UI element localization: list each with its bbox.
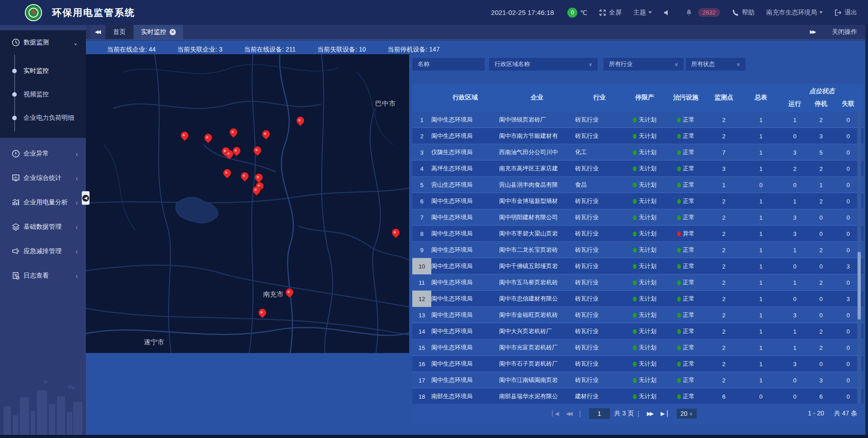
cell-stop-status: 无计划 [624, 295, 665, 303]
status-dot-icon [633, 329, 637, 334]
enterprise-panel: 名称 行政区域名称∨ 所有行业∨ 所有状态∨ 行政区域 企业 行业 停限产 治污… [412, 40, 863, 435]
org-menu[interactable]: 南充市生态环境局 [766, 9, 823, 17]
table-row[interactable]: 3仪陇生态环境局西南油气田分公司川中化工无计划正常71350 [412, 144, 863, 160]
cell-total-meter: 1 [741, 344, 780, 351]
bullet-icon [12, 92, 17, 97]
row-number: 9 [412, 242, 431, 258]
cell-facility-status: 正常 [665, 344, 706, 352]
status-dot-icon [677, 297, 681, 301]
cell-total-meter: 1 [741, 231, 780, 237]
table-row[interactable]: 16阆中生态环境局阆中市石子页岩机砖厂砖瓦行业无计划正常21300 [412, 356, 863, 372]
industry-select[interactable]: 所有行业∨ [604, 58, 684, 71]
region-select[interactable]: 行政区域名称∨ [489, 58, 598, 71]
sidebar-item-video-monitoring[interactable]: 视频监控 [0, 83, 86, 106]
tabs-scroll-right-button[interactable]: ▶▶ [805, 24, 820, 39]
table-row[interactable]: 15阆中生态环境局阆中市光富页岩机砖厂砖瓦行业无计划正常21120 [412, 339, 863, 356]
cell-halted-count: 2 [809, 117, 833, 123]
sidebar-item-base-data[interactable]: 基础数据管理 ‹ [0, 215, 86, 239]
row-number: 12 [412, 291, 431, 307]
sidebar-item-emergency-reduction[interactable]: 应急减排管理 ‹ [0, 239, 86, 264]
sidebar-collapse-handle[interactable]: ◀ [82, 191, 90, 205]
bell-icon [685, 9, 693, 16]
cell-stop-status: 无计划 [624, 311, 665, 319]
tabs-scroll-left-button[interactable]: ◀◀ [90, 24, 105, 39]
status-dot-icon [677, 329, 681, 334]
prev-page-button[interactable]: ◀◀ [566, 410, 571, 417]
table-row[interactable]: 5营山生态环境局营山县润丰肉食品有限食品无计划正常10010 [412, 177, 863, 193]
table-row[interactable]: 13阆中生态环境局阆中市金福旺页岩机砖砖瓦行业无计划正常21300 [412, 307, 863, 323]
cell-stop-status: 无计划 [624, 132, 665, 140]
table-row[interactable]: 8阆中生态环境局阆中市枣碧大梁山页岩砖瓦行业无计划异常21300 [412, 226, 863, 242]
next-page-button[interactable]: ▶▶ [647, 410, 652, 417]
city-label: 遂宁市 [144, 338, 164, 347]
first-page-button[interactable]: ▏◀ [552, 410, 557, 417]
temperature-unit: ℃ [580, 9, 587, 16]
notification-area[interactable]: 2632 [685, 8, 720, 17]
sidebar-item-realtime-monitoring[interactable]: 实时监控 [0, 59, 86, 83]
filter-bar: 名称 行政区域名称∨ 所有行业∨ 所有状态∨ [412, 58, 745, 71]
status-select[interactable]: 所有状态∨ [686, 58, 745, 71]
chevron-down-icon: ∨ [689, 411, 693, 417]
row-number: 1 [412, 112, 431, 128]
help-button[interactable]: 帮助 [732, 9, 755, 17]
table-row[interactable]: 17阆中生态环境局阆中市江南镇阆南页岩砖瓦行业无计划正常21030 [412, 372, 863, 388]
cell-monitor-count: 2 [706, 344, 741, 351]
page-number-input[interactable]: 1 [589, 408, 610, 419]
cell-monitor-count: 6 [706, 393, 741, 400]
cell-halted-count: 2 [809, 165, 833, 172]
cell-running-count: 3 [780, 231, 809, 237]
close-icon[interactable]: ✕ [170, 29, 176, 35]
total-pages-label: 共 3 页 [614, 410, 634, 418]
cell-total-meter: 1 [741, 361, 780, 367]
cell-monitor-count: 3 [706, 165, 741, 172]
sidebar-item-enterprise-statistics[interactable]: 企业综合统计 ‹ [0, 166, 86, 190]
cell-total-meter: 1 [741, 312, 780, 319]
table-row[interactable]: 7阆中生态环境局阆中明阳建材有限公司砖瓦行业无计划正常21300 [412, 209, 863, 226]
cell-halted-count: 1 [809, 182, 833, 188]
name-search-input[interactable]: 名称 [412, 58, 485, 71]
table-row[interactable]: 4高坪生态环境局南充市高坪区王家店建砖瓦行业无计划正常31220 [412, 160, 863, 177]
cell-running-count: 1 [780, 117, 809, 123]
cell-monitor-count: 2 [706, 117, 741, 123]
table-row[interactable]: 14阆中生态环境局阆中大兴页岩机砖厂砖瓦行业无计划正常21120 [412, 323, 863, 339]
cell-stop-status: 无计划 [624, 148, 665, 156]
sidebar-item-power-load-detail[interactable]: 企业电力负荷明细 [0, 106, 86, 130]
table-scrollbar[interactable] [857, 112, 861, 404]
fullscreen-button[interactable]: 全屏 [599, 9, 622, 17]
sidebar-item-log-view[interactable]: 日志查看 ‹ [0, 264, 86, 288]
cell-total-meter: 0 [741, 182, 780, 188]
stats-icon [12, 174, 20, 182]
status-dot-icon [677, 264, 681, 269]
sidebar-item-power-analysis[interactable]: 企业用电量分析 ‹ [0, 190, 86, 215]
cell-company: 阆中市光富页岩机砖厂 [499, 344, 575, 352]
page-size-select[interactable]: 20∨ [677, 409, 697, 419]
tab-home[interactable]: 首页 [106, 24, 133, 39]
cell-total-meter: 1 [741, 198, 780, 205]
sidebar-item-data-monitoring[interactable]: 数据监测 ⌄ [0, 30, 86, 55]
table-row[interactable]: 10阆中生态环境局阆中千佛镇五郎垭页岩砖瓦行业无计划正常21003 [412, 258, 863, 274]
map-view[interactable]: 巴中市南充市遂宁市 [86, 54, 409, 353]
close-operations-button[interactable]: 关闭操作 [832, 28, 857, 36]
status-dot-icon [677, 134, 681, 139]
last-page-button[interactable]: ▶▕ [660, 410, 666, 417]
scrollbar-thumb[interactable] [858, 252, 861, 320]
cell-halted-count: 2 [809, 279, 833, 286]
logout-button[interactable]: 退出 [835, 9, 857, 17]
table-row[interactable]: 9阆中生态环境局阆中市二龙长宝页岩砖砖瓦行业无计划正常21120 [412, 242, 863, 258]
sound-mute-button[interactable] [664, 9, 674, 16]
table-row[interactable]: 2阆中生态环境局阆中市南方节能建材有砖瓦行业无计划正常21030 [412, 128, 863, 144]
sidebar-item-enterprise-abnormal[interactable]: 企业异常 ‹ [0, 141, 86, 166]
table-row[interactable]: 12阆中生态环境局阆中市忠信建材有限公砖瓦行业无计划正常21003 [412, 291, 863, 307]
row-number: 4 [412, 160, 431, 177]
table-row[interactable]: 11阆中生态环境局阆中市五马桥页岩机砖砖瓦行业无计划正常21120 [412, 274, 863, 291]
theme-menu[interactable]: 主题 [633, 9, 652, 17]
cell-running-count: 0 [780, 133, 809, 140]
table-row[interactable]: 6阆中生态环境局阆中市金博瑞新型墙材砖瓦行业无计划正常21120 [412, 193, 863, 209]
row-number: 7 [412, 209, 431, 226]
table-row[interactable]: 1阆中生态环境局阆中强锐页岩砖厂砖瓦行业无计划正常21120 [412, 112, 863, 128]
pagination-info: 1 - 20 共 47 条 [800, 410, 857, 418]
cell-monitor-count: 2 [706, 247, 741, 254]
tab-realtime-monitoring[interactable]: 实时监控 ✕ [134, 24, 183, 39]
table-row[interactable]: 18南部生态环境局南部县瑞华水泥有限公建材行业无计划正常60060 [412, 388, 863, 404]
table-body: 1阆中生态环境局阆中强锐页岩砖厂砖瓦行业无计划正常211202阆中生态环境局阆中… [412, 112, 863, 404]
